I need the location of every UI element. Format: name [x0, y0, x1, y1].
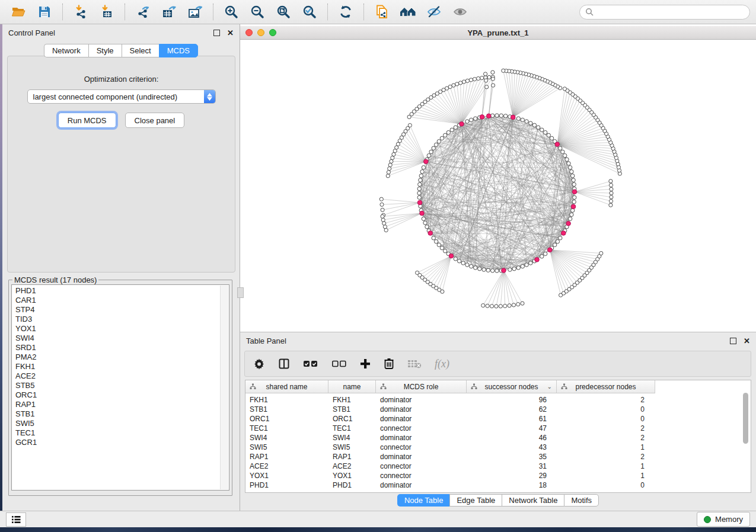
network-titlebar[interactable]: YPA_prune.txt_1	[240, 26, 756, 40]
export-image-icon[interactable]	[183, 2, 208, 21]
table-row[interactable]: ORC1ORC1dominator610	[245, 414, 751, 424]
result-item[interactable]: PHD1	[15, 286, 229, 296]
result-item[interactable]: TID3	[15, 315, 229, 324]
settings-gear-icon[interactable]	[253, 358, 265, 370]
import-network-icon[interactable]	[68, 2, 93, 21]
table-row[interactable]: PHD1PHD1dominator180	[245, 480, 751, 490]
deselect-all-icon[interactable]	[331, 360, 347, 368]
open-folder-icon[interactable]	[6, 2, 31, 21]
show-eye-icon[interactable]	[448, 2, 473, 21]
float-table-panel-icon[interactable]	[730, 338, 736, 344]
tab-motifs[interactable]: Motifs	[564, 494, 599, 507]
close-table-panel-icon[interactable]: ✕	[744, 338, 750, 344]
window-close-icon[interactable]	[245, 29, 253, 36]
result-item[interactable]: GCR1	[15, 438, 229, 447]
result-item[interactable]: STB5	[15, 381, 229, 390]
cell: 43	[467, 443, 557, 451]
result-item[interactable]: CAR1	[15, 296, 229, 305]
cell: 2	[557, 424, 655, 432]
table-row[interactable]: TEC1TEC1connector472	[245, 424, 751, 433]
show-columns-icon[interactable]	[278, 358, 290, 370]
memory-button[interactable]: Memory	[697, 512, 750, 527]
tab-select[interactable]: Select	[122, 44, 159, 57]
zoom-out-icon[interactable]	[245, 2, 270, 21]
cell: 62	[467, 405, 557, 414]
delete-row-icon[interactable]	[384, 358, 394, 370]
cell: SWI4	[328, 434, 376, 442]
export-network-icon[interactable]	[130, 2, 155, 21]
network-canvas[interactable]	[240, 40, 756, 332]
float-panel-icon[interactable]	[213, 30, 220, 36]
cell: FKH1	[245, 396, 328, 404]
table-row[interactable]: STB1STB1dominator620	[245, 405, 751, 414]
result-item[interactable]: ACE2	[15, 371, 229, 381]
memory-label: Memory	[715, 515, 743, 524]
column-header-shared-name[interactable]: shared name	[245, 380, 328, 393]
mcds-result-list: PHD1CAR1STP4TID3YOX1SWI4SRD1PMA2FKH1ACE2…	[11, 284, 229, 491]
network-title: YPA_prune.txt_1	[467, 28, 528, 37]
cell: 2	[557, 396, 655, 404]
table-row[interactable]: SWI5SWI5connector431	[245, 443, 751, 452]
window-minimize-icon[interactable]	[257, 29, 264, 36]
import-table-icon[interactable]	[94, 2, 119, 21]
close-panel-button[interactable]: Close panel	[125, 113, 185, 128]
cell: SWI4	[245, 434, 328, 442]
export-table-icon[interactable]	[157, 2, 181, 21]
cell: YOX1	[328, 472, 376, 480]
panel-splitter-handle[interactable]	[237, 287, 244, 298]
table-header-row: shared namenameMCDS rolesuccessor nodes⌄…	[245, 380, 655, 393]
cell: 35	[467, 453, 557, 461]
cell: STB1	[328, 405, 376, 414]
column-header-successor-nodes[interactable]: successor nodes⌄	[467, 380, 557, 393]
optimization-select[interactable]: largest connected component (undirected)	[27, 89, 216, 104]
cell: FKH1	[328, 396, 376, 404]
tab-node-table[interactable]: Node Table	[397, 494, 450, 507]
table-scrollbar-thumb[interactable]	[743, 393, 748, 444]
result-item[interactable]: STP4	[15, 305, 229, 315]
result-item[interactable]: RAP1	[15, 400, 229, 409]
hide-eye-icon[interactable]	[422, 2, 446, 21]
result-item[interactable]: TEC1	[15, 428, 229, 438]
task-history-button[interactable]	[6, 512, 26, 527]
result-scrollbar[interactable]	[220, 286, 228, 489]
search-input[interactable]	[597, 7, 744, 17]
toolbar-separator	[327, 4, 328, 20]
add-row-icon[interactable]	[360, 358, 371, 369]
tab-mcds[interactable]: MCDS	[159, 44, 198, 57]
table-row[interactable]: FKH1FKH1dominator962	[245, 395, 751, 405]
zoom-selected-icon[interactable]	[297, 2, 322, 21]
double-house-icon[interactable]	[395, 2, 420, 21]
table-row[interactable]: ACE2ACE2connector311	[245, 462, 751, 471]
close-panel-icon[interactable]: ✕	[227, 30, 234, 36]
result-item[interactable]: SWI5	[15, 419, 229, 428]
refresh-layout-icon[interactable]	[333, 2, 358, 21]
result-item[interactable]: SWI4	[15, 334, 229, 343]
table-row[interactable]: RAP1RAP1dominator352	[245, 452, 751, 462]
cell: ORC1	[245, 415, 328, 423]
tab-edge-table[interactable]: Edge Table	[449, 494, 502, 507]
result-item[interactable]: PMA2	[15, 352, 229, 362]
result-item[interactable]: ORC1	[15, 390, 229, 400]
column-header-predecessor-nodes[interactable]: predecessor nodes	[557, 380, 655, 393]
zoom-in-icon[interactable]	[219, 2, 244, 21]
save-session-icon[interactable]	[32, 2, 57, 21]
select-all-icon[interactable]	[303, 360, 318, 368]
column-header-MCDS-role[interactable]: MCDS role	[376, 380, 467, 393]
result-item[interactable]: YOX1	[15, 324, 229, 334]
result-item[interactable]: SRD1	[15, 343, 229, 352]
column-header-name[interactable]: name	[328, 380, 376, 393]
node-table: shared namenameMCDS rolesuccessor nodes⌄…	[245, 380, 751, 493]
tab-style[interactable]: Style	[88, 44, 122, 57]
result-item[interactable]: FKH1	[15, 362, 229, 371]
search-icon	[585, 8, 594, 16]
tab-network-table[interactable]: Network Table	[502, 494, 564, 507]
table-row[interactable]: SWI4SWI4dominator462	[245, 433, 751, 443]
run-mcds-button[interactable]: Run MCDS	[58, 113, 116, 128]
window-zoom-icon[interactable]	[269, 29, 276, 36]
tab-network[interactable]: Network	[44, 44, 88, 57]
table-scrollbar[interactable]	[742, 393, 749, 491]
zoom-fit-icon[interactable]	[271, 2, 296, 21]
table-row[interactable]: YOX1YOX1connector291	[245, 471, 751, 480]
result-item[interactable]: STB1	[15, 409, 229, 419]
clone-network-icon[interactable]	[369, 2, 394, 21]
